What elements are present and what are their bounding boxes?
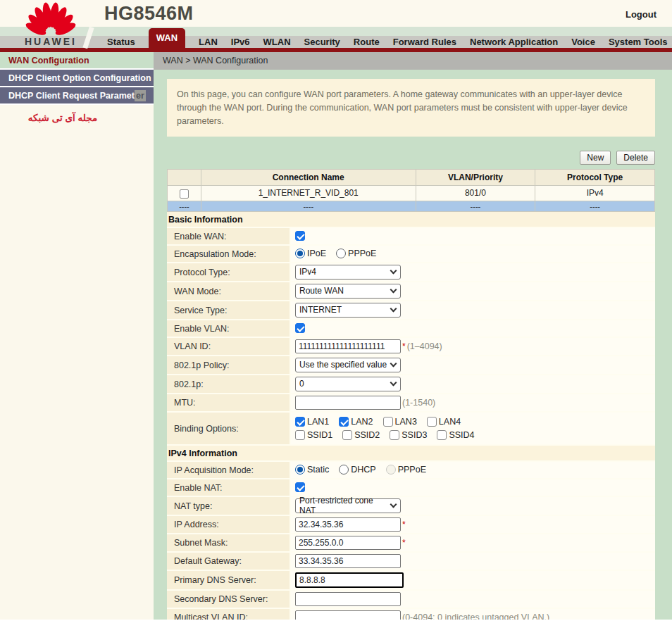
chevron-down-icon xyxy=(390,379,397,387)
tab-security[interactable]: Security xyxy=(304,36,340,48)
subnet-mask-input[interactable] xyxy=(295,536,401,550)
checkbox-label: LAN2 xyxy=(351,417,373,427)
sidebar: WAN Configuration DHCP Client Option Con… xyxy=(0,52,154,620)
lan-binding-group: LAN1 LAN2 LAN3 LAN4 xyxy=(295,417,461,427)
radio-label: PPPoE xyxy=(398,465,426,475)
row-select-checkbox[interactable] xyxy=(180,189,189,199)
ssid2-checkbox[interactable] xyxy=(342,430,352,440)
multicast-vlan-id-input[interactable] xyxy=(295,610,401,620)
enable-wan-checkbox[interactable] xyxy=(295,231,305,241)
lan2-checkbox[interactable] xyxy=(339,417,349,427)
lan4-checkbox[interactable] xyxy=(427,417,437,427)
vlan-id-input[interactable] xyxy=(295,339,401,353)
binding-option-ssid1[interactable]: SSID1 xyxy=(295,430,332,440)
row-wan-mode: WAN Mode: Route WAN xyxy=(167,282,655,301)
sidebar-item-wan-configuration[interactable]: WAN Configuration xyxy=(0,52,154,70)
required-mark: * xyxy=(402,538,406,548)
field-label: Enable WAN: xyxy=(167,228,291,244)
primary-dns-input[interactable] xyxy=(295,572,404,588)
binding-option-lan4[interactable]: LAN4 xyxy=(427,417,461,427)
service-type-select[interactable]: INTERNET xyxy=(295,303,401,318)
sidebar-item-dhcp-client-request-parameter[interactable]: DHCP Client Request Parameter xyxy=(0,87,154,105)
field-label: IP Address: xyxy=(167,516,291,533)
select-value: Route WAN xyxy=(299,286,344,296)
pppoe-acquisition-radio[interactable] xyxy=(386,465,396,475)
row-default-gateway: Default Gateway: xyxy=(167,553,655,571)
binding-option-lan1[interactable]: LAN1 xyxy=(295,417,329,427)
header: HUAWEI HG8546M Logout Status WAN LAN IPv… xyxy=(0,0,672,52)
tab-system-tools[interactable]: System Tools xyxy=(609,36,668,48)
tab-wlan[interactable]: WLAN xyxy=(263,36,291,48)
placeholder-cell: ---- xyxy=(168,201,201,211)
tab-forward-rules[interactable]: Forward Rules xyxy=(393,36,456,48)
ssid4-checkbox[interactable] xyxy=(437,430,447,440)
tab-voice[interactable]: Voice xyxy=(571,36,595,48)
enable-vlan-checkbox[interactable] xyxy=(295,323,305,333)
ip-address-input[interactable] xyxy=(295,517,401,532)
tab-route[interactable]: Route xyxy=(354,36,380,48)
section-basic-information: Basic Information xyxy=(167,212,655,228)
connection-table: Connection Name VLAN/Priority Protocol T… xyxy=(167,169,655,211)
8021p-select[interactable]: 0 xyxy=(295,377,401,391)
field-label: 802.1p: xyxy=(167,375,291,393)
pppoe-radio[interactable] xyxy=(336,249,346,258)
logout-link[interactable]: Logout xyxy=(626,9,657,20)
select-value: INTERNET xyxy=(299,305,342,315)
sidebar-item-dhcp-client-option-configuration[interactable]: DHCP Client Option Configuration xyxy=(0,70,154,87)
placeholder-cell: ---- xyxy=(535,201,655,211)
enable-nat-checkbox[interactable] xyxy=(295,482,305,492)
default-gateway-input[interactable] xyxy=(295,554,401,568)
8021p-policy-select[interactable]: Use the specified value xyxy=(295,358,401,372)
table-placeholder-row[interactable]: ---- ---- ---- ---- xyxy=(168,201,655,211)
binding-option-ssid3[interactable]: SSID3 xyxy=(390,430,427,440)
radio-option-dhcp[interactable]: DHCP xyxy=(339,465,375,475)
binding-option-lan3[interactable]: LAN3 xyxy=(383,417,417,427)
mtu-input[interactable] xyxy=(295,396,401,410)
radio-option-static[interactable]: Static xyxy=(295,465,329,475)
wan-config-form: Basic Information Enable WAN: Encapsulat… xyxy=(167,212,655,620)
column-header-vlan-priority: VLAN/Priority xyxy=(416,170,535,186)
lan1-checkbox[interactable] xyxy=(295,417,305,427)
row-8021p-policy: 802.1p Policy: Use the specified value xyxy=(167,356,655,375)
wan-mode-select[interactable]: Route WAN xyxy=(295,284,401,299)
radio-option-pppoe[interactable]: PPPoE xyxy=(336,249,376,258)
binding-option-ssid4[interactable]: SSID4 xyxy=(437,430,474,440)
tab-network-application[interactable]: Network Application xyxy=(470,36,558,48)
sidebar-watermark-text: مجله آی تی شبکه xyxy=(0,105,154,123)
cell-vlan-priority: 801/0 xyxy=(416,186,535,201)
binding-option-ssid2[interactable]: SSID2 xyxy=(342,430,380,440)
sidebar-item-label: DHCP Client Option Configuration xyxy=(8,73,151,83)
ssid3-checkbox[interactable] xyxy=(390,430,399,440)
nat-type-select[interactable]: Port-restricted cone NAT xyxy=(295,498,401,513)
row-ip-address: IP Address: * xyxy=(167,516,655,534)
section-ipv4-information: IPv4 Information xyxy=(167,446,655,462)
chevron-down-icon xyxy=(390,360,397,368)
tab-wan[interactable]: WAN xyxy=(149,28,185,48)
static-radio[interactable] xyxy=(295,465,305,475)
field-label: 802.1p Policy: xyxy=(167,356,291,374)
device-model-title: HG8546M xyxy=(104,3,194,25)
radio-option-pppoe-acquisition[interactable]: PPPoE xyxy=(386,465,426,475)
protocol-type-select[interactable]: IPv4 xyxy=(295,265,401,280)
secondary-dns-input[interactable] xyxy=(295,592,401,606)
tab-status[interactable]: Status xyxy=(107,36,135,48)
tab-lan[interactable]: LAN xyxy=(199,36,218,48)
ssid1-checkbox[interactable] xyxy=(295,430,305,440)
field-label: Enable VLAN: xyxy=(167,320,291,337)
placeholder-cell: ---- xyxy=(416,201,535,211)
placeholder-cell: ---- xyxy=(201,201,416,211)
header-top-strip xyxy=(0,0,672,27)
delete-button[interactable]: Delete xyxy=(616,151,655,165)
dhcp-radio[interactable] xyxy=(339,465,349,475)
lan3-checkbox[interactable] xyxy=(383,417,393,427)
tab-ipv6[interactable]: IPv6 xyxy=(231,36,250,48)
binding-option-lan2[interactable]: LAN2 xyxy=(339,417,373,427)
field-label: Multicast VLAN ID: xyxy=(167,609,291,620)
ipoe-radio[interactable] xyxy=(295,249,305,258)
new-button[interactable]: New xyxy=(580,151,611,165)
huawei-flower-icon xyxy=(13,2,89,37)
column-header-protocol-type: Protocol Type xyxy=(535,170,655,186)
radio-option-ipoe[interactable]: IPoE xyxy=(295,249,326,258)
row-subnet-mask: Subnet Mask: * xyxy=(167,534,655,553)
checkbox-label: LAN1 xyxy=(307,417,329,427)
